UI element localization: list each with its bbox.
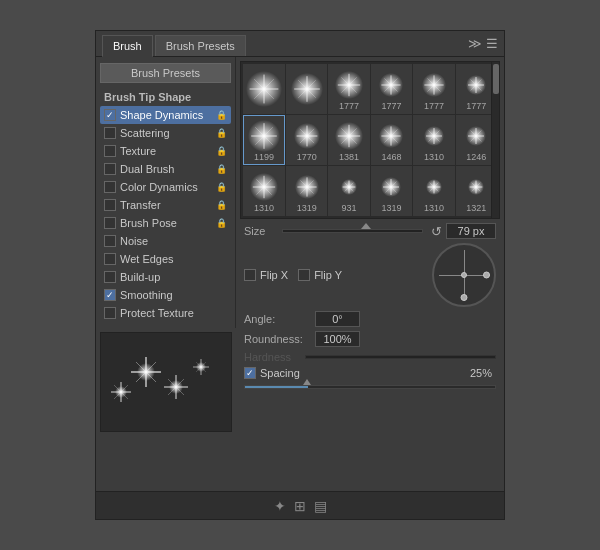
flip-y-checkbox[interactable] [298, 269, 310, 281]
brush-star [468, 179, 484, 195]
brush-cell[interactable]: 1777 [328, 64, 369, 114]
size-slider[interactable] [282, 229, 423, 233]
checkbox[interactable] [104, 217, 116, 229]
grid-scrollbar[interactable] [491, 62, 499, 218]
stamp-icon[interactable]: ✦ [274, 498, 286, 514]
brush-cell[interactable]: 1319 [286, 166, 327, 216]
brush-preview-area [100, 332, 232, 432]
sidebar-item-label: Color Dynamics [120, 181, 212, 193]
brush-preview-thumb [289, 169, 324, 204]
angle-control-row: Angle: 0° [244, 311, 496, 327]
flip-y-label: Flip Y [314, 269, 342, 281]
slider-arrow [361, 223, 371, 229]
angle-value[interactable]: 0° [315, 311, 360, 327]
brush-cell[interactable]: 1319 [371, 166, 412, 216]
checkbox[interactable] [104, 127, 116, 139]
brush-star [335, 122, 363, 150]
brush-star [291, 73, 323, 105]
sidebar-header-label: Brush Tip Shape [104, 91, 191, 103]
size-value[interactable]: 79 px [446, 223, 496, 239]
brush-cell[interactable]: 1468 [371, 115, 412, 165]
brush-preview-thumb [374, 169, 409, 204]
brush-cell[interactable]: 1381 [328, 115, 369, 165]
sidebar-item-build-up[interactable]: Build-up [100, 268, 231, 286]
brush-grid-container: 1777 1777 [243, 64, 497, 216]
tab-brush-presets[interactable]: Brush Presets [155, 35, 246, 56]
checkbox[interactable] [104, 163, 116, 175]
roundness-value[interactable]: 100% [315, 331, 360, 347]
brush-number: 1777 [424, 102, 444, 111]
brush-preview-thumb [416, 118, 451, 153]
flip-x-label: Flip X [260, 269, 288, 281]
brush-star [466, 75, 486, 95]
checkbox[interactable] [104, 271, 116, 283]
brush-preview-thumb [374, 67, 409, 102]
lock-icon: 🔒 [216, 110, 227, 120]
lock-icon: 🔒 [216, 182, 227, 192]
lock-icon: 🔒 [216, 218, 227, 228]
spacing-checkbox[interactable]: ✓ [244, 367, 256, 379]
sidebar-item-protect-texture[interactable]: Protect Texture [100, 304, 231, 322]
reset-icon[interactable]: ↺ [431, 224, 442, 239]
flip-row: Flip X Flip Y [244, 243, 496, 307]
options-icon[interactable]: ▤ [314, 498, 327, 514]
checkbox[interactable] [104, 307, 116, 319]
brush-cell[interactable]: 1777 [413, 64, 454, 114]
brush-preview-thumb [416, 67, 451, 102]
sidebar-item-texture[interactable]: Texture🔒 [100, 142, 231, 160]
tab-brush[interactable]: Brush [102, 35, 153, 57]
hardness-label: Hardness [244, 351, 291, 363]
brush-presets-button[interactable]: Brush Presets [100, 63, 231, 83]
brush-preview-thumb [459, 169, 494, 204]
brush-grid: 1777 1777 [240, 61, 500, 219]
hardness-slider[interactable] [305, 355, 496, 359]
checkbox[interactable] [104, 145, 116, 157]
sidebar-item-scattering[interactable]: Scattering🔒 [100, 124, 231, 142]
brush-cell[interactable]: 1310 [243, 166, 285, 216]
angle-wheel[interactable] [432, 243, 496, 307]
checkbox[interactable]: ✓ [104, 109, 116, 121]
checkbox[interactable] [104, 253, 116, 265]
sidebar-item-noise[interactable]: Noise [100, 232, 231, 250]
brush-star [250, 173, 278, 201]
brush-cell[interactable]: 931 [328, 166, 369, 216]
sidebar-item-label: Build-up [120, 271, 227, 283]
checkbox[interactable]: ✓ [104, 289, 116, 301]
checkbox[interactable] [104, 181, 116, 193]
brush-cell[interactable] [243, 64, 285, 114]
spacing-slider[interactable] [244, 385, 496, 389]
angle-right-handle [483, 272, 490, 279]
brush-preview-thumb [331, 67, 366, 102]
menu-icon[interactable]: ☰ [486, 37, 498, 50]
checkbox[interactable] [104, 235, 116, 247]
brush-cell[interactable]: 1770 [286, 115, 327, 165]
sidebar-item-transfer[interactable]: Transfer🔒 [100, 196, 231, 214]
brush-cell[interactable]: 1310 [413, 115, 454, 165]
size-label: Size [244, 225, 274, 237]
expand-icon[interactable]: ≫ [468, 37, 482, 50]
brush-number: 1770 [297, 153, 317, 162]
brush-cell[interactable] [286, 64, 327, 114]
size-control-row: Size ↺ 79 px [244, 223, 496, 239]
sidebar-item-color-dynamics[interactable]: Color Dynamics🔒 [100, 178, 231, 196]
brush-cell[interactable]: 1310 [413, 166, 454, 216]
lock-icon: 🔒 [216, 164, 227, 174]
brush-number: 1199 [254, 153, 274, 162]
brush-number: 1310 [424, 153, 444, 162]
brush-cell[interactable]: 1199 [243, 115, 285, 165]
checkbox[interactable] [104, 199, 116, 211]
sidebar-item-dual-brush[interactable]: Dual Brush🔒 [100, 160, 231, 178]
brush-number: 1319 [381, 204, 401, 213]
brush-cell[interactable]: 1777 [371, 64, 412, 114]
sidebar-item-brush-tip-shape[interactable]: Brush Tip Shape [100, 88, 231, 106]
flip-x-checkbox[interactable] [244, 269, 256, 281]
brush-preview-thumb [374, 118, 409, 153]
brush-number: 1777 [339, 102, 359, 111]
sidebar-item-label: Brush Pose [120, 217, 212, 229]
brush-number: 1468 [381, 153, 401, 162]
sidebar-item-smoothing[interactable]: ✓Smoothing [100, 286, 231, 304]
grid-view-icon[interactable]: ⊞ [294, 498, 306, 514]
sidebar-item-shape-dynamics[interactable]: ✓Shape Dynamics🔒 [100, 106, 231, 124]
sidebar-item-wet-edges[interactable]: Wet Edges [100, 250, 231, 268]
sidebar-item-brush-pose[interactable]: Brush Pose🔒 [100, 214, 231, 232]
